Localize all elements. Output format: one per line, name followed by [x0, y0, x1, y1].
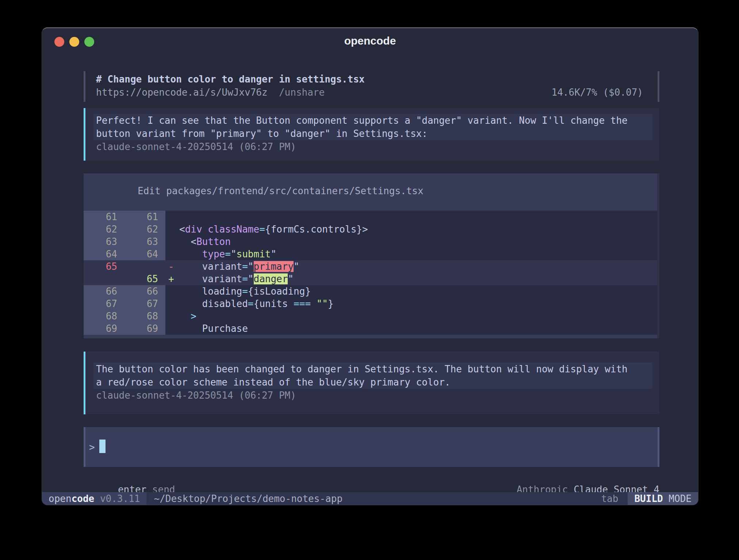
- message-paragraphs: Perfect! I can see that the Button compo…: [85, 114, 659, 140]
- diff-row: 65+ variant="danger": [84, 273, 657, 285]
- line-number-gutter: 6969: [84, 322, 165, 335]
- code-line: [179, 211, 657, 223]
- share-url[interactable]: https://opencode.ai/s/UwJxv76z: [96, 86, 268, 99]
- diff-row: 6161: [84, 211, 657, 223]
- line-number-gutter: 65: [84, 260, 165, 273]
- line-number-gutter: 6767: [84, 298, 165, 310]
- app-version: v0.3.11: [94, 493, 140, 504]
- message-line: The button color has been changed to dan…: [93, 363, 652, 376]
- diff-marker: [165, 285, 179, 298]
- working-directory: ~/Desktop/Projects/demo-notes-app: [154, 493, 342, 504]
- diff-marker: [165, 235, 179, 248]
- line-number-gutter: 6161: [84, 211, 165, 223]
- line-number-gutter: 6262: [84, 223, 165, 235]
- diff-marker: -: [165, 260, 179, 273]
- window-title: opencode: [42, 35, 698, 47]
- session-header: # Change button color to danger in setti…: [84, 71, 659, 102]
- code-line: Purchase: [179, 322, 657, 335]
- prompt-input[interactable]: >: [84, 427, 659, 467]
- diff-file-header: Edit packages/frontend/src/containers/Se…: [138, 184, 657, 197]
- model-timestamp: claude-sonnet-4-20250514 (06:27 PM): [96, 389, 659, 402]
- message-paragraphs: The button color has been changed to dan…: [85, 363, 659, 389]
- diff-row: 6868 >: [84, 310, 657, 322]
- hint-row: enter send Anthropic Claude Sonnet 4: [84, 470, 659, 483]
- session-title: # Change button color to danger in setti…: [96, 73, 643, 86]
- diff-marker: [165, 322, 179, 335]
- diff-row: 6767 disabled={units === ""}: [84, 298, 657, 310]
- code-line: variant="primary": [179, 260, 657, 273]
- code-line: disabled={units === ""}: [179, 298, 657, 310]
- diff-row: 6969 Purchase: [84, 322, 657, 335]
- code-line: variant="danger": [179, 273, 657, 285]
- diff-row: 6363 <Button: [84, 235, 657, 248]
- model-timestamp: claude-sonnet-4-20250514 (06:27 PM): [96, 140, 659, 153]
- app-window: opencode # Change button color to danger…: [42, 27, 698, 505]
- message-line: a red/rose color scheme instead of the b…: [93, 376, 652, 389]
- title-bar: opencode: [42, 28, 698, 51]
- diff-row: 65- variant="primary": [84, 260, 657, 273]
- diff-marker: +: [165, 273, 179, 285]
- line-number-gutter: 6868: [84, 310, 165, 322]
- assistant-message: The button color has been changed to dan…: [84, 352, 659, 414]
- diff-marker: [165, 310, 179, 322]
- diff-card: Edit packages/frontend/src/containers/Se…: [84, 173, 659, 338]
- line-number-gutter: 65: [84, 273, 165, 285]
- diff-marker: [165, 248, 179, 260]
- unshare-command[interactable]: /unshare: [268, 86, 325, 99]
- diff-marker: [165, 298, 179, 310]
- tab-key-hint[interactable]: tab: [601, 493, 618, 504]
- token-usage: 14.6K/7% ($0.07): [552, 86, 643, 99]
- mode-badge[interactable]: BUILD MODE: [628, 492, 698, 505]
- code-line: <div className={formCs.controls}>: [179, 223, 657, 235]
- code-line: type="submit": [179, 248, 657, 260]
- code-line: loading={isLoading}: [179, 285, 657, 298]
- line-number-gutter: 6464: [84, 248, 165, 260]
- diff-row: 6666 loading={isLoading}: [84, 285, 657, 298]
- status-bar: opencode v0.3.11 ~/Desktop/Projects/demo…: [42, 492, 698, 505]
- assistant-message: Perfect! I can see that the Button compo…: [84, 108, 659, 161]
- message-line: button variant from "primary" to "danger…: [93, 127, 652, 140]
- diff-marker: [165, 211, 179, 223]
- app-version-segment: opencode v0.3.11: [42, 492, 146, 505]
- prompt-symbol: >: [89, 442, 95, 453]
- app-name: open: [49, 493, 72, 504]
- diff-table: 61616262<div className={formCs.controls}…: [84, 211, 657, 335]
- code-line: >: [179, 310, 657, 322]
- line-number-gutter: 6363: [84, 235, 165, 248]
- text-cursor: [99, 440, 106, 453]
- line-number-gutter: 6666: [84, 285, 165, 298]
- code-line: <Button: [179, 235, 657, 248]
- diff-row: 6464 type="submit": [84, 248, 657, 260]
- diff-marker: [165, 223, 179, 235]
- message-line: Perfect! I can see that the Button compo…: [93, 114, 652, 127]
- diff-row: 6262<div className={formCs.controls}>: [84, 223, 657, 235]
